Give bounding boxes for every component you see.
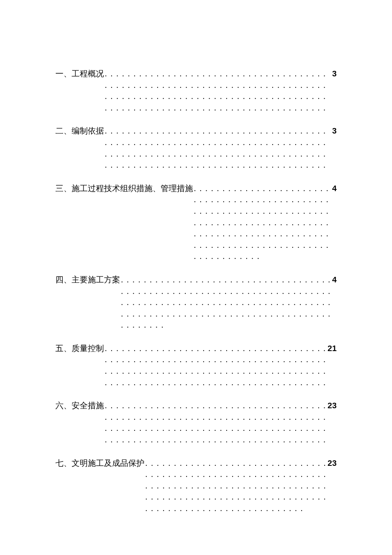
toc-entry-title: 一、工程概况 (55, 68, 104, 80)
toc-dots (105, 125, 331, 171)
toc-dots (105, 343, 327, 388)
toc-entry-title: 七、文明施工及成品保护 (55, 458, 144, 469)
toc-entry: 二、编制依据 3 (55, 125, 337, 171)
toc-entry-page: 23 (328, 400, 337, 412)
toc-entry: 五、质量控制 21 (55, 343, 337, 388)
toc-entry-page: 3 (332, 125, 337, 137)
toc-dots (105, 400, 327, 445)
toc-entry-page: 23 (328, 458, 337, 469)
toc-entry-title: 四、主要施工方案 (55, 274, 120, 286)
toc-dots (105, 68, 331, 113)
document-page: 一、工程概况 3 二、编制依据 3 三、施工过程技术组织措施、管理措施 4 四、… (0, 0, 392, 514)
toc-entry-page: 3 (332, 68, 337, 80)
toc-entry-page: 4 (332, 183, 337, 195)
toc-entry-title: 二、编制依据 (55, 125, 104, 137)
toc-entry-title: 五、质量控制 (55, 343, 104, 355)
toc-entry: 六、安全措施 23 (55, 400, 337, 445)
toc-dots (145, 458, 327, 514)
toc-dots (194, 183, 331, 262)
toc-entry: 三、施工过程技术组织措施、管理措施 4 (55, 183, 337, 262)
toc-entry-page: 4 (332, 274, 337, 286)
table-of-contents: 一、工程概况 3 二、编制依据 3 三、施工过程技术组织措施、管理措施 4 四、… (55, 68, 337, 514)
toc-entry: 七、文明施工及成品保护 23 (55, 458, 337, 514)
toc-entry-title: 六、安全措施 (55, 400, 104, 412)
toc-entry-page: 21 (328, 343, 337, 355)
toc-entry: 一、工程概况 3 (55, 68, 337, 113)
toc-dots (121, 274, 331, 331)
toc-entry-title: 三、施工过程技术组织措施、管理措施 (55, 183, 193, 195)
toc-entry: 四、主要施工方案 4 (55, 274, 337, 331)
